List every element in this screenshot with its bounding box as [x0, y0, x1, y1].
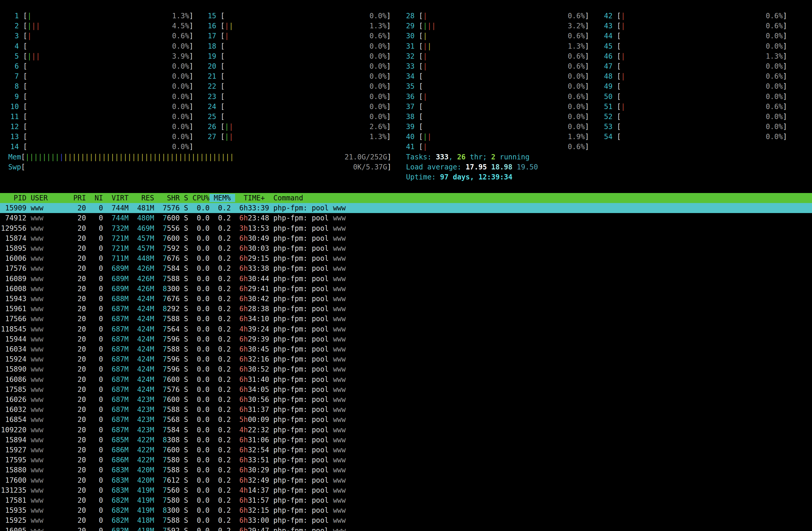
ni-cell: 0	[86, 234, 103, 243]
process-row[interactable]: 15894 www 20 0 685M 422M 8308 S 0.0 0.2 …	[0, 435, 812, 445]
meter-open-bracket: [	[419, 52, 423, 60]
column-header-user[interactable]: USER	[27, 194, 69, 202]
process-row[interactable]: 17566 www 20 0 687M 424M 7588 S 0.0 0.2 …	[0, 314, 812, 324]
column-header-time[interactable]: TIME+	[235, 194, 269, 202]
process-row[interactable]: 16086 www 20 0 687M 424M 7600 S 0.0 0.2 …	[0, 374, 812, 385]
meter-open-bracket: [	[419, 92, 423, 101]
cpu-percent: 0.0%	[172, 62, 189, 70]
meter-open-bracket: [	[419, 82, 423, 90]
process-row[interactable]: 118545 www 20 0 687M 424M 7564 S 0.0 0.2…	[0, 324, 812, 334]
column-header-mem-sort-active[interactable]: MEM%	[209, 194, 235, 202]
process-row[interactable]: 15935 www 20 0 682M 419M 8300 S 0.0 0.2 …	[0, 505, 812, 515]
column-header-shr[interactable]: SHR	[154, 194, 180, 202]
meter-close-bracket: ]	[189, 123, 193, 131]
process-row[interactable]: 17576 www 20 0 689M 426M 7584 S 0.0 0.2 …	[0, 263, 812, 273]
meter-open-bracket: [	[419, 12, 423, 20]
column-header-pri[interactable]: PRI	[69, 194, 86, 202]
process-row[interactable]: 15895 www 20 0 721M 457M 7592 S 0.0 0.2 …	[0, 243, 812, 254]
virt-cell: 687M	[103, 335, 129, 343]
column-header-pid[interactable]: PID	[1, 194, 27, 202]
process-row[interactable]: 129556 www 20 0 732M 469M 7556 S 0.0 0.2…	[0, 224, 812, 233]
column-header-cpu[interactable]: CPU%	[188, 194, 209, 202]
cpu-cell: 0.0	[188, 506, 209, 515]
res-cell: 448M	[129, 254, 155, 262]
process-row[interactable]: 17600 www 20 0 683M 420M 7612 S 0.0 0.2 …	[0, 475, 812, 485]
time-cell: 14:37	[248, 486, 269, 494]
process-row[interactable]: 15943 www 20 0 688M 424M 7676 S 0.0 0.2 …	[0, 294, 812, 304]
column-header-command[interactable]: Command	[269, 194, 303, 202]
shr-cell: 600	[167, 375, 180, 384]
process-row[interactable]: 17595 www 20 0 686M 422M 7580 S 0.0 0.2 …	[0, 455, 812, 465]
process-row[interactable]: 16026 www 20 0 687M 423M 7600 S 0.0 0.2 …	[0, 394, 812, 405]
command-arg: www	[333, 486, 346, 494]
time-hours: 6h	[239, 436, 248, 444]
process-row-line: 15874 www 20 0 721M 457M 7600 S 0.0 0.2 …	[1, 233, 812, 243]
meter-tick: |	[36, 22, 40, 30]
command-cell: php-fpm: pool	[269, 275, 333, 283]
process-row-selected[interactable]: 15909 www 20 0 744M 481M 7576 S 0.0 0.2 …	[0, 203, 812, 213]
process-row[interactable]: 16008 www 20 0 689M 426M 8300 S 0.0 0.2 …	[0, 284, 812, 294]
pid-cell: 16005	[1, 527, 27, 531]
shr-cell: 612	[167, 476, 180, 485]
process-row[interactable]: 17581 www 20 0 682M 419M 7580 S 0.0 0.2 …	[0, 496, 812, 505]
time-pad	[231, 456, 239, 464]
process-table-header[interactable]: PID USER PRI NI VIRT RES SHR S CPU% MEM%…	[0, 193, 812, 203]
user-cell: www	[27, 446, 69, 454]
ni-cell: 0	[86, 264, 103, 273]
process-row[interactable]: 15927 www 20 0 686M 422M 7600 S 0.0 0.2 …	[0, 445, 812, 455]
process-row[interactable]: 16006 www 20 0 711M 448M 7676 S 0.0 0.2 …	[0, 254, 812, 263]
meter-close-bracket: ]	[585, 32, 589, 40]
cpu-number: 52	[604, 113, 617, 121]
cpu-number: 43	[604, 22, 617, 30]
user-cell: www	[27, 396, 69, 404]
command-arg: www	[333, 516, 346, 525]
meter-close-bracket: ]	[783, 113, 787, 121]
cpu-meter-1: 1 [| 1.3%]	[10, 11, 193, 21]
meter-open-bracket: [	[220, 62, 224, 70]
process-row[interactable]: 16032 www 20 0 687M 423M 7588 S 0.0 0.2 …	[0, 405, 812, 415]
process-row[interactable]: 15924 www 20 0 687M 424M 7596 S 0.0 0.2 …	[0, 354, 812, 364]
cpu-percent: 1.3%	[369, 133, 387, 141]
shr-pad	[154, 516, 163, 525]
command-arg: www	[333, 375, 346, 384]
cpu-meter-13: 13 [ 0.0%]	[10, 132, 193, 142]
column-header-state[interactable]: S	[180, 194, 188, 202]
meter-close-bracket: ]	[783, 12, 787, 20]
process-row[interactable]: 15944 www 20 0 687M 424M 7596 S 0.0 0.2 …	[0, 334, 812, 344]
process-row[interactable]: 16005 www 20 0 682M 418M 7592 S 0.0 0.2 …	[0, 526, 812, 531]
process-row[interactable]: 15925 www 20 0 682M 418M 7588 S 0.0 0.2 …	[0, 515, 812, 526]
column-header-virt[interactable]: VIRT	[103, 194, 129, 202]
process-row[interactable]: 17585 www 20 0 687M 424M 7576 S 0.0 0.2 …	[0, 385, 812, 394]
cpu-meter-43: 43 [| 0.6%]	[604, 21, 787, 31]
cpu-percent: 0.0%	[766, 42, 783, 51]
ni-cell: 0	[86, 416, 103, 424]
meter-open-bracket: [	[617, 82, 621, 90]
time-pad	[231, 234, 239, 243]
meter-open-bracket: [	[617, 92, 621, 101]
meter-tick: |	[27, 12, 31, 20]
meter-fill	[233, 133, 369, 141]
user-cell: www	[27, 476, 69, 485]
process-row[interactable]: 16089 www 20 0 689M 426M 7588 S 0.0 0.2 …	[0, 274, 812, 284]
process-row[interactable]: 15874 www 20 0 721M 457M 7600 S 0.0 0.2 …	[0, 233, 812, 243]
column-header-ni[interactable]: NI	[86, 194, 103, 202]
process-row[interactable]: 131235 www 20 0 683M 419M 7560 S 0.0 0.2…	[0, 485, 812, 496]
time-pad	[231, 385, 239, 394]
cpu-cell: 0.0	[188, 214, 209, 222]
process-row[interactable]: 16034 www 20 0 687M 424M 7588 S 0.0 0.2 …	[0, 344, 812, 354]
process-row[interactable]: 109220 www 20 0 687M 423M 7584 S 0.0 0.2…	[0, 425, 812, 435]
meter-close-bracket: ]	[189, 143, 193, 151]
virt-cell: 687M	[103, 365, 129, 373]
process-row[interactable]: 15961 www 20 0 687M 424M 8292 S 0.0 0.2 …	[0, 304, 812, 314]
res-cell: 422M	[129, 436, 155, 444]
pid-cell: 74912	[1, 214, 27, 222]
process-row[interactable]: 15880 www 20 0 683M 420M 7588 S 0.0 0.2 …	[0, 465, 812, 475]
mem-cell: 0.2	[209, 214, 231, 222]
shr-cell: 592	[167, 244, 180, 253]
meter-close-bracket: ]	[585, 143, 589, 151]
process-row[interactable]: 74912 www 20 0 744M 480M 7600 S 0.0 0.2 …	[0, 213, 812, 223]
process-row[interactable]: 15890 www 20 0 687M 424M 7596 S 0.0 0.2 …	[0, 364, 812, 374]
column-header-res[interactable]: RES	[129, 194, 155, 202]
shr-cell: 596	[167, 335, 180, 343]
process-row[interactable]: 16854 www 20 0 687M 423M 7568 S 0.0 0.2 …	[0, 415, 812, 425]
